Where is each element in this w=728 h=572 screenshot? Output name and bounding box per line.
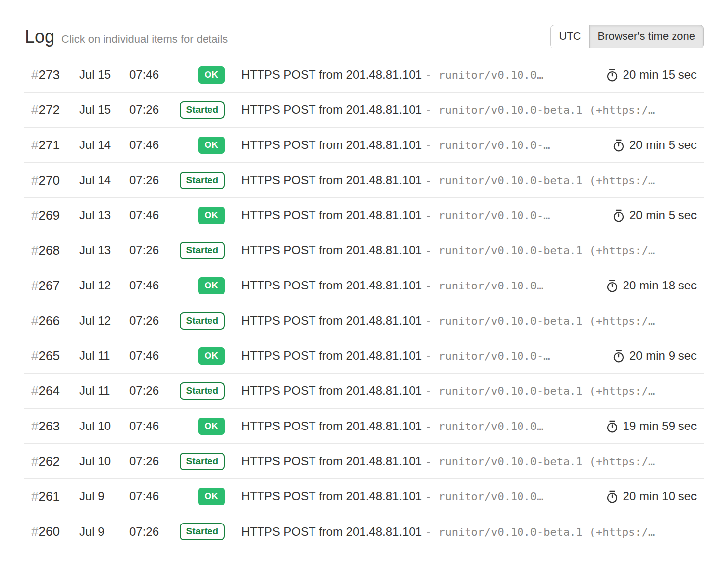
status-badge: OK [198,347,225,365]
status-badge-cell: OK [163,277,225,294]
entry-time: 07:46 [129,208,163,222]
entry-agent: - runitor/v0.10.0… [425,69,543,81]
log-row[interactable]: #264 Jul 11 07:26 Started HTTPS POST fro… [24,374,704,409]
log-row[interactable]: #269 Jul 13 07:46 OK HTTPS POST from 201… [24,198,704,233]
status-badge: Started [180,172,225,189]
entry-time: 07:26 [129,173,163,187]
log-row[interactable]: #263 Jul 10 07:46 OK HTTPS POST from 201… [24,409,704,444]
duration-text: 20 min 15 sec [623,68,697,82]
status-badge-cell: Started [163,453,225,470]
entry-agent: - runitor/v0.10.0-beta.1 (+https:/… [425,315,655,327]
entry-message: HTTPS POST from 201.48.81.101 [241,138,422,151]
entry-number: #273 [31,67,79,83]
status-badge: OK [198,137,225,154]
browser-timezone-button[interactable]: Browser's time zone [589,25,704,48]
entry-number: #267 [31,278,79,293]
entry-duration: 20 min 15 sec [606,68,697,82]
entry-number: #262 [31,454,79,469]
entry-message: HTTPS POST from 201.48.81.101 [241,489,422,503]
page-subtitle: Click on individual items for details [61,33,228,45]
entry-date: Jul 13 [79,243,129,257]
entry-description: HTTPS POST from 201.48.81.101 - runitor/… [241,208,604,222]
log-row[interactable]: #268 Jul 13 07:26 Started HTTPS POST fro… [24,233,704,268]
entry-time: 07:46 [129,349,163,363]
status-badge-cell: Started [163,101,225,119]
status-badge: Started [180,382,225,400]
entry-description: HTTPS POST from 201.48.81.101 - runitor/… [241,419,598,433]
status-badge: Started [180,101,225,119]
entry-time: 07:26 [129,314,163,328]
entry-duration: 20 min 5 sec [612,138,697,152]
page-title: Log [25,26,54,47]
stopwatch-icon [612,139,625,152]
log-row[interactable]: #265 Jul 11 07:46 OK HTTPS POST from 201… [24,338,704,374]
entry-number: #269 [31,208,79,223]
entry-message: HTTPS POST from 201.48.81.101 [241,103,422,116]
status-badge-cell: Started [163,172,225,189]
log-row[interactable]: #270 Jul 14 07:26 Started HTTPS POST fro… [24,163,704,198]
entry-number-hash: # [31,489,38,504]
entry-time: 07:26 [129,454,163,468]
status-badge: OK [198,66,225,84]
stopwatch-icon [606,279,619,292]
entry-duration: 20 min 5 sec [612,208,697,222]
entry-number-hash: # [31,524,38,539]
entry-number: #266 [31,313,79,329]
entry-agent: - runitor/v0.10.0… [425,420,543,432]
log-row[interactable]: #262 Jul 10 07:26 Started HTTPS POST fro… [24,444,704,479]
log-row[interactable]: #260 Jul 9 07:26 Started HTTPS POST from… [24,514,704,549]
entry-message: HTTPS POST from 201.48.81.101 [241,349,422,362]
entry-number-value: 263 [38,419,59,433]
log-row[interactable]: #271 Jul 14 07:46 OK HTTPS POST from 201… [24,128,704,163]
entry-time: 07:46 [129,489,163,503]
entry-time: 07:26 [129,103,163,117]
entry-date: Jul 11 [79,349,129,363]
log-row[interactable]: #266 Jul 12 07:26 Started HTTPS POST fro… [24,303,704,338]
status-badge-cell: OK [163,418,225,435]
status-badge: OK [198,418,225,435]
log-row[interactable]: #261 Jul 9 07:46 OK HTTPS POST from 201.… [24,479,704,514]
entry-agent: - runitor/v0.10.0-beta.1 (+https:/… [425,385,655,397]
status-badge: Started [180,312,225,330]
status-badge: OK [198,207,225,224]
entry-description: HTTPS POST from 201.48.81.101 - runitor/… [241,525,697,539]
entry-number-hash: # [31,383,38,398]
entry-agent: - runitor/v0.10.0-beta.1 (+https:/… [425,174,655,187]
status-badge-cell: OK [163,488,225,505]
entry-number-hash: # [31,67,38,82]
entry-message: HTTPS POST from 201.48.81.101 [241,208,422,222]
entry-number-value: 271 [38,138,59,152]
entry-number: #272 [31,102,79,118]
entry-description: HTTPS POST from 201.48.81.101 - runitor/… [241,279,598,292]
entry-time: 07:26 [129,384,163,398]
page-header: LogClick on individual items for details… [25,25,704,48]
log-row[interactable]: #273 Jul 15 07:46 OK HTTPS POST from 201… [24,57,704,93]
status-badge-cell: OK [163,207,225,224]
entry-number-hash: # [31,173,38,188]
entry-number-value: 262 [38,454,59,469]
entry-number: #261 [31,489,79,504]
entry-number-value: 260 [38,524,59,539]
stopwatch-icon [606,420,619,433]
entry-number: #268 [31,243,79,258]
duration-text: 19 min 59 sec [623,419,697,433]
status-badge-cell: OK [163,66,225,84]
duration-text: 20 min 5 sec [629,138,697,152]
status-badge-cell: OK [163,137,225,154]
stopwatch-icon [612,209,625,222]
entry-date: Jul 15 [79,103,129,117]
utc-button[interactable]: UTC [550,25,589,48]
entry-number-value: 264 [38,383,59,398]
entry-number-hash: # [31,102,38,117]
entry-number-hash: # [31,243,38,258]
entry-message: HTTPS POST from 201.48.81.101 [241,68,422,81]
log-row[interactable]: #267 Jul 12 07:46 OK HTTPS POST from 201… [24,268,704,303]
entry-description: HTTPS POST from 201.48.81.101 - runitor/… [241,138,604,152]
entry-message: HTTPS POST from 201.48.81.101 [241,384,422,397]
entry-date: Jul 10 [79,454,129,468]
entry-agent: - runitor/v0.10.0-beta.1 (+https:/… [425,244,655,257]
entry-date: Jul 11 [79,384,129,398]
entry-number-hash: # [31,419,38,433]
log-row[interactable]: #272 Jul 15 07:26 Started HTTPS POST fro… [24,93,704,128]
entry-time: 07:46 [129,279,163,292]
